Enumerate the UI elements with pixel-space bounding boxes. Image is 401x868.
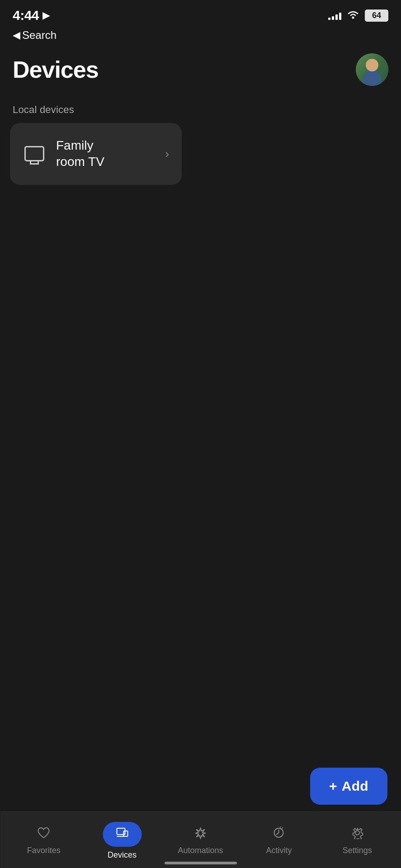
wifi-icon [347, 10, 359, 21]
signal-bar-2 [332, 16, 334, 20]
home-indicator [165, 862, 237, 864]
battery-indicator: 64 [365, 9, 388, 22]
avatar-image [356, 53, 388, 86]
signal-bar-3 [335, 14, 338, 20]
add-label: Add [342, 778, 368, 794]
tab-devices-label: Devices [108, 850, 137, 860]
status-bar: 4:44 ▶ 64 [0, 0, 401, 27]
automations-icon [194, 826, 208, 842]
svg-point-5 [355, 831, 359, 835]
devices-icon [115, 826, 129, 842]
tab-settings-label: Settings [343, 846, 372, 855]
device-name: Familyroom TV [56, 137, 160, 170]
page-title: Devices [13, 56, 99, 83]
back-chevron-icon: ◀ [13, 29, 20, 41]
status-time: 4:44 [13, 8, 39, 23]
page-header: Devices [0, 49, 401, 99]
tab-activity-label: Activity [266, 846, 292, 855]
settings-icon [350, 826, 364, 842]
tab-automations[interactable]: Automations [161, 825, 240, 857]
tab-favorites[interactable]: Favorites [5, 825, 83, 857]
local-devices-label: Local devices [0, 99, 401, 123]
tab-favorites-label: Favorites [27, 846, 61, 855]
tab-devices[interactable]: Devices [83, 820, 161, 862]
chevron-right-icon: › [165, 147, 169, 161]
tab-activity[interactable]: Activity [240, 825, 318, 857]
location-icon: ▶ [42, 9, 50, 21]
add-button[interactable]: + Add [310, 768, 387, 805]
tab-bar: Favorites Devices Automations [0, 811, 401, 868]
svg-point-0 [352, 16, 354, 19]
back-navigation[interactable]: ◀ Search [0, 27, 401, 49]
activity-icon [272, 826, 286, 842]
tv-icon [24, 146, 44, 161]
signal-bars [328, 11, 341, 20]
add-plus-icon: + [329, 778, 337, 794]
status-left: 4:44 ▶ [13, 8, 50, 23]
signal-bar-4 [339, 13, 341, 20]
svg-rect-2 [123, 831, 127, 836]
page-wrapper: 4:44 ▶ 64 ◀ S [0, 0, 401, 868]
devices-icon-active-wrap [103, 822, 142, 847]
device-card-family-room-tv[interactable]: Familyroom TV › [10, 123, 182, 185]
tab-settings[interactable]: Settings [318, 825, 396, 857]
favorites-icon [37, 826, 51, 842]
back-label: Search [22, 29, 57, 42]
status-right: 64 [328, 9, 388, 22]
user-avatar[interactable] [356, 53, 388, 86]
tab-automations-label: Automations [178, 846, 223, 855]
signal-bar-1 [328, 18, 330, 20]
device-icon-wrap [23, 142, 46, 165]
